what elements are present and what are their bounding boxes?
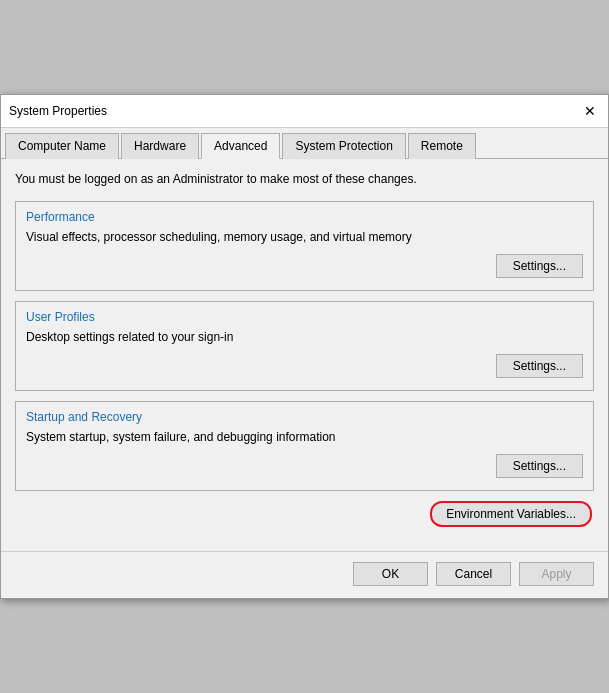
user-profiles-desc: Desktop settings related to your sign-in — [26, 330, 583, 344]
apply-button[interactable]: Apply — [519, 562, 594, 586]
performance-settings-button[interactable]: Settings... — [496, 254, 583, 278]
tab-remote[interactable]: Remote — [408, 133, 476, 159]
info-text: You must be logged on as an Administrato… — [15, 171, 594, 188]
user-profiles-section: User Profiles Desktop settings related t… — [15, 301, 594, 391]
ok-button[interactable]: OK — [353, 562, 428, 586]
bottom-bar: OK Cancel Apply — [1, 551, 608, 598]
close-button[interactable]: ✕ — [580, 101, 600, 121]
startup-recovery-settings-button[interactable]: Settings... — [496, 454, 583, 478]
performance-section: Performance Visual effects, processor sc… — [15, 201, 594, 291]
window-title: System Properties — [9, 104, 107, 118]
content-area: You must be logged on as an Administrato… — [1, 159, 608, 552]
startup-recovery-title: Startup and Recovery — [26, 410, 583, 424]
user-profiles-settings-button[interactable]: Settings... — [496, 354, 583, 378]
tab-computer-name[interactable]: Computer Name — [5, 133, 119, 159]
title-bar: System Properties ✕ — [1, 95, 608, 128]
tab-system-protection[interactable]: System Protection — [282, 133, 405, 159]
system-properties-window: System Properties ✕ Computer Name Hardwa… — [0, 94, 609, 600]
performance-desc: Visual effects, processor scheduling, me… — [26, 230, 583, 244]
tab-advanced[interactable]: Advanced — [201, 133, 280, 159]
user-profiles-title: User Profiles — [26, 310, 583, 324]
env-variables-row: Environment Variables... — [15, 501, 594, 527]
environment-variables-button[interactable]: Environment Variables... — [430, 501, 592, 527]
tab-bar: Computer Name Hardware Advanced System P… — [1, 128, 608, 159]
startup-recovery-desc: System startup, system failure, and debu… — [26, 430, 583, 444]
performance-title: Performance — [26, 210, 583, 224]
tab-hardware[interactable]: Hardware — [121, 133, 199, 159]
cancel-button[interactable]: Cancel — [436, 562, 511, 586]
startup-recovery-section: Startup and Recovery System startup, sys… — [15, 401, 594, 491]
